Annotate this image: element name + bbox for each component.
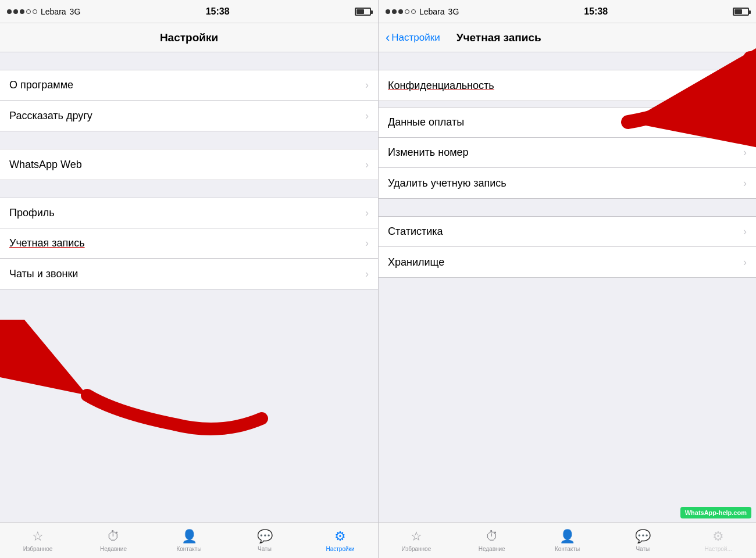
right-item-payment-text: Данные оплаты	[388, 116, 464, 128]
right-time: 15:38	[584, 6, 608, 17]
right-section2: Данные оплаты › Изменить номер › Удалить…	[379, 107, 756, 199]
left-signal	[7, 9, 37, 14]
right-tab-chats-icon: 💬	[635, 529, 651, 544]
dot1	[7, 9, 12, 14]
dot3	[20, 9, 24, 14]
left-tab-favorites-icon: ☆	[32, 529, 44, 544]
left-item-profile[interactable]: Профиль ›	[0, 198, 378, 228]
right-tab-bar: ☆ Избранное ⏱ Недавние 👤 Контакты 💬 Чаты…	[379, 522, 756, 558]
right-item-payment-chevron: ›	[743, 116, 747, 128]
right-item-payment[interactable]: Данные оплаты ›	[379, 108, 756, 138]
rdot2	[392, 9, 397, 14]
left-item-chats-chevron: ›	[365, 268, 369, 280]
right-item-stats[interactable]: Статистика ›	[379, 217, 756, 247]
right-status-bar: Lebara 3G 15:38	[379, 0, 756, 23]
right-tab-chats-label: Чаты	[636, 546, 650, 552]
right-section1: Конфиденциальность ›	[379, 70, 756, 101]
left-content: О программе › Рассказать другу › WhatsAp…	[0, 52, 378, 522]
right-spacer2	[379, 101, 756, 107]
dot4	[26, 9, 31, 14]
left-status-bar: Lebara 3G 15:38	[0, 0, 378, 23]
rdot1	[386, 9, 390, 14]
right-tab-contacts[interactable]: 👤 Контакты	[530, 529, 605, 552]
left-tab-favorites-label: Избранное	[23, 546, 53, 552]
left-item-whatsappweb[interactable]: WhatsApp Web ›	[0, 149, 378, 180]
dot5	[33, 9, 37, 14]
right-item-privacy[interactable]: Конфиденциальность ›	[379, 70, 756, 101]
right-item-deleteaccount[interactable]: Удалить учетную запись ›	[379, 168, 756, 198]
left-item-about[interactable]: О программе ›	[0, 70, 378, 101]
left-tab-settings-icon: ⚙	[334, 529, 346, 544]
right-phone: Lebara 3G 15:38 ‹ Настройки Учетная запи…	[378, 0, 756, 558]
right-item-storage-chevron: ›	[743, 256, 747, 269]
left-carrier: Lebara	[41, 7, 66, 16]
left-tab-settings[interactable]: ⚙ Настройки	[302, 529, 378, 552]
right-item-changenumber[interactable]: Изменить номер ›	[379, 138, 756, 168]
left-nav-bar: Настройки	[0, 23, 378, 52]
right-battery	[733, 8, 749, 16]
right-nav-back[interactable]: ‹ Настройки	[386, 31, 440, 44]
left-tab-recent-icon: ⏱	[107, 529, 120, 544]
right-signal	[386, 9, 416, 14]
left-network: 3G	[70, 7, 81, 16]
left-item-about-text: О программе	[9, 79, 73, 91]
right-tab-favorites[interactable]: ☆ Избранное	[379, 529, 454, 552]
right-tab-favorites-icon: ☆	[411, 529, 422, 544]
left-item-account-chevron: ›	[365, 237, 369, 249]
right-item-privacy-chevron: ›	[743, 80, 747, 92]
chevron-back-icon: ‹	[386, 31, 390, 44]
right-tab-chats[interactable]: 💬 Чаты	[605, 529, 680, 552]
right-item-stats-chevron: ›	[743, 226, 747, 238]
rdot3	[398, 9, 403, 14]
left-tab-contacts-icon: 👤	[181, 529, 197, 544]
right-network: 3G	[448, 7, 459, 16]
rdot4	[405, 9, 409, 14]
right-tab-contacts-label: Контакты	[555, 546, 580, 552]
right-content: Конфиденциальность › Данные оплаты › Изм…	[379, 52, 756, 522]
left-battery	[355, 8, 371, 16]
left-item-share-text: Рассказать другу	[9, 110, 92, 122]
right-section3: Статистика › Хранилище ›	[379, 216, 756, 278]
left-spacer2	[0, 131, 378, 149]
left-section1: О программе › Рассказать другу ›	[0, 70, 378, 131]
right-nav-bar: ‹ Настройки Учетная запись	[379, 23, 756, 52]
right-tab-recent[interactable]: ⏱ Недавние	[454, 529, 530, 552]
left-item-chats-text: Чаты и звонки	[9, 268, 78, 280]
left-tab-favorites[interactable]: ☆ Избранное	[0, 529, 76, 552]
left-tab-chats[interactable]: 💬 Чаты	[227, 529, 302, 552]
left-tab-chats-icon: 💬	[257, 529, 273, 544]
left-item-share-chevron: ›	[365, 110, 369, 122]
left-tab-chats-label: Чаты	[258, 546, 272, 552]
left-item-about-chevron: ›	[365, 79, 369, 91]
right-item-stats-text: Статистика	[388, 226, 443, 238]
left-item-account[interactable]: Учетная запись ›	[0, 228, 378, 259]
left-spacer1	[0, 52, 378, 70]
watermark: WhatsApp-help.com	[680, 507, 751, 518]
right-tab-partial-icon: ⚙	[712, 529, 724, 544]
right-item-deleteaccount-chevron: ›	[743, 177, 747, 189]
left-item-chats[interactable]: Чаты и звонки ›	[0, 259, 378, 289]
right-tab-partial: ⚙ Настрой...	[680, 529, 756, 552]
left-phone: Lebara 3G 15:38 Настройки О программе › …	[0, 0, 378, 558]
right-nav-title: Учетная запись	[457, 31, 541, 44]
right-item-changenumber-text: Изменить номер	[388, 146, 469, 159]
right-tab-favorites-label: Избранное	[402, 546, 432, 552]
left-item-whatsappweb-text: WhatsApp Web	[9, 159, 82, 171]
left-tab-bar: ☆ Избранное ⏱ Недавние 👤 Контакты 💬 Чаты…	[0, 522, 378, 558]
left-section3: Профиль › Учетная запись › Чаты и звонки…	[0, 198, 378, 289]
left-item-share[interactable]: Рассказать другу ›	[0, 101, 378, 131]
left-tab-settings-label: Настройки	[326, 546, 354, 552]
left-item-profile-text: Профиль	[9, 207, 55, 219]
left-section2: WhatsApp Web ›	[0, 149, 378, 180]
right-tab-recent-label: Недавние	[479, 546, 505, 552]
right-spacer1	[379, 52, 756, 70]
right-tab-partial-label: Настрой...	[704, 546, 732, 552]
left-tab-contacts[interactable]: 👤 Контакты	[151, 529, 227, 552]
left-nav-title: Настройки	[160, 31, 218, 44]
left-item-whatsappweb-chevron: ›	[365, 159, 369, 171]
left-tab-recent[interactable]: ⏱ Недавние	[76, 529, 151, 552]
left-time: 15:38	[206, 6, 230, 17]
left-tab-recent-label: Недавние	[100, 546, 127, 552]
right-item-storage[interactable]: Хранилище ›	[379, 247, 756, 277]
left-item-profile-chevron: ›	[365, 207, 369, 219]
